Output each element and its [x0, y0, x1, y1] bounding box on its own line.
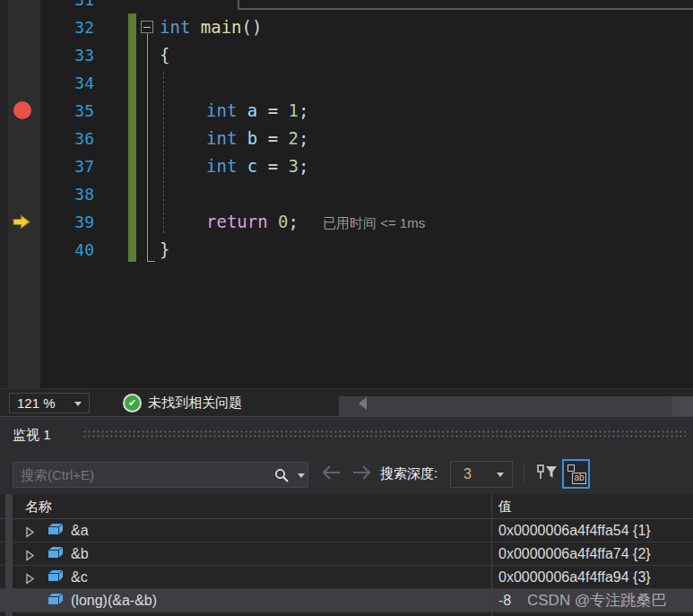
code-line-36[interactable]: 36int b = 2; — [0, 125, 693, 152]
watch-name[interactable]: &a — [71, 523, 89, 539]
search-depth-value: 3 — [463, 462, 472, 487]
watch-value[interactable]: 0x0000006a4f4ffa94 {3} — [491, 566, 693, 588]
line-number: 37 — [40, 152, 94, 180]
code-text[interactable]: { — [160, 41, 169, 69]
code-text[interactable]: int c = 3; — [206, 152, 308, 180]
csdn-watermark: CSDN @专注跳桑巴 — [527, 589, 666, 612]
search-depth-label: 搜索深度: — [380, 452, 437, 494]
editor-status-bar: 121 % ✔ 未找到相关问题 — [0, 388, 693, 416]
horizontal-scrollbar-thumb[interactable] — [672, 396, 693, 416]
code-line-37[interactable]: 37int c = 3; — [0, 152, 693, 180]
watch-panel-titlebar[interactable]: 监视 1 — [0, 417, 693, 452]
line-number: 31 — [40, 0, 94, 13]
code-line-31[interactable]: 31 — [0, 0, 693, 13]
line-number: 35 — [40, 97, 94, 125]
line-number: 38 — [40, 180, 94, 208]
perf-tip: 已用时间 <= 1ms — [323, 215, 425, 230]
forward-arrow-icon[interactable] — [351, 464, 372, 481]
search-icon[interactable] — [273, 467, 290, 484]
watch-table-header[interactable]: 名称 值 — [0, 494, 693, 519]
watch-left-gutter — [5, 494, 13, 616]
format-specifier-toggle-icon[interactable]: ab — [562, 459, 590, 489]
watch-name[interactable]: &b — [71, 546, 89, 562]
editor-zoom-control[interactable]: 121 % — [9, 393, 90, 413]
toggle-square-glyph — [567, 464, 575, 472]
watch-value[interactable]: 0x0000006a4f4ffa74 {2} — [491, 542, 693, 565]
zoom-level-value: 121 % — [17, 395, 56, 411]
expand-arrow-icon[interactable] — [25, 525, 39, 536]
watch-row[interactable]: &c0x0000006a4f4ffa94 {3} — [0, 566, 693, 589]
column-header-name[interactable]: 名称 — [25, 494, 52, 518]
expand-arrow-icon[interactable] — [25, 572, 39, 583]
watch-row[interactable]: &a0x0000006a4f4ffa54 {1} — [0, 519, 693, 542]
code-line-35[interactable]: 35int a = 1; — [0, 97, 693, 125]
watch-search-box[interactable] — [13, 462, 308, 488]
code-line-40[interactable]: 40} — [0, 236, 693, 264]
expand-spacer — [25, 595, 39, 606]
line-number: 40 — [40, 236, 94, 264]
watch-name-cell[interactable]: &c — [0, 566, 491, 588]
watch-name-cell[interactable]: &a — [0, 519, 491, 542]
search-input[interactable] — [13, 463, 264, 487]
watch-name[interactable]: &c — [71, 569, 88, 586]
titlebar-drag-grip[interactable] — [82, 429, 686, 439]
watch-name-cell[interactable]: &b — [0, 542, 491, 565]
watch-name-cell[interactable]: (long)(&a-&b) — [0, 589, 491, 612]
watch-value[interactable]: 0x0000006a4f4ffa54 {1} — [491, 519, 693, 542]
line-number: 36 — [40, 125, 94, 152]
line-number: 34 — [40, 69, 94, 97]
code-line-34[interactable]: 34 — [0, 69, 693, 97]
code-line-32[interactable]: 32int main() — [0, 13, 693, 41]
code-text[interactable]: } — [160, 236, 169, 264]
field-icon — [48, 546, 64, 562]
watch-panel-title: 监视 1 — [13, 417, 51, 452]
vs-debug-window: { "editor": { "perf_tip": "已用时间 <= 1ms",… — [0, 0, 693, 616]
code-line-33[interactable]: 33{ — [0, 41, 693, 69]
chevron-down-icon — [497, 473, 504, 477]
horizontal-scrollbar[interactable] — [339, 396, 693, 416]
field-icon — [48, 569, 64, 586]
health-message: 未找到相关问题 — [148, 395, 242, 412]
scrollbar-left-arrow-icon[interactable] — [359, 397, 367, 410]
search-depth-dropdown[interactable]: 3 — [450, 461, 513, 488]
code-editor[interactable]: 3132int main()33{3435int a = 1;36int b =… — [0, 0, 693, 388]
pin-filter-icon[interactable] — [534, 464, 559, 483]
watch-toolbar: 搜索深度: 3 ab — [0, 452, 693, 494]
watch-name[interactable]: (long)(&a-&b) — [71, 593, 157, 609]
current-statement-arrow-icon[interactable] — [12, 213, 32, 230]
field-icon — [48, 523, 64, 539]
search-options-caret-icon[interactable] — [298, 473, 305, 478]
line-number: 39 — [40, 208, 94, 236]
column-divider[interactable] — [491, 494, 492, 616]
expand-arrow-icon[interactable] — [25, 549, 39, 560]
code-text[interactable]: return 0;已用时间 <= 1ms — [206, 208, 425, 236]
code-line-39[interactable]: 39return 0;已用时间 <= 1ms — [0, 208, 693, 236]
watch-panel: 监视 1 搜索深度: 3 — [0, 416, 693, 616]
toolbar-separator — [524, 464, 524, 482]
check-circle-icon: ✔ — [123, 394, 142, 412]
code-line-38[interactable]: 38 — [0, 180, 693, 208]
collapse-minus-icon[interactable] — [141, 21, 153, 33]
back-arrow-icon[interactable] — [321, 464, 342, 481]
field-icon — [48, 593, 64, 609]
watch-row[interactable]: &b0x0000006a4f4ffa74 {2} — [0, 542, 693, 566]
code-text[interactable]: int b = 2; — [206, 125, 308, 152]
line-number: 32 — [40, 13, 94, 41]
column-header-value[interactable]: 值 — [498, 494, 512, 518]
document-health-indicator[interactable]: ✔ 未找到相关问题 — [123, 389, 242, 417]
code-text[interactable]: int a = 1; — [206, 97, 308, 125]
code-text[interactable]: int main() — [160, 13, 262, 41]
toggle-ab-glyph: ab — [572, 473, 586, 484]
breakpoint-icon[interactable] — [13, 101, 31, 119]
chevron-down-icon — [74, 402, 82, 406]
line-number: 33 — [40, 41, 94, 69]
